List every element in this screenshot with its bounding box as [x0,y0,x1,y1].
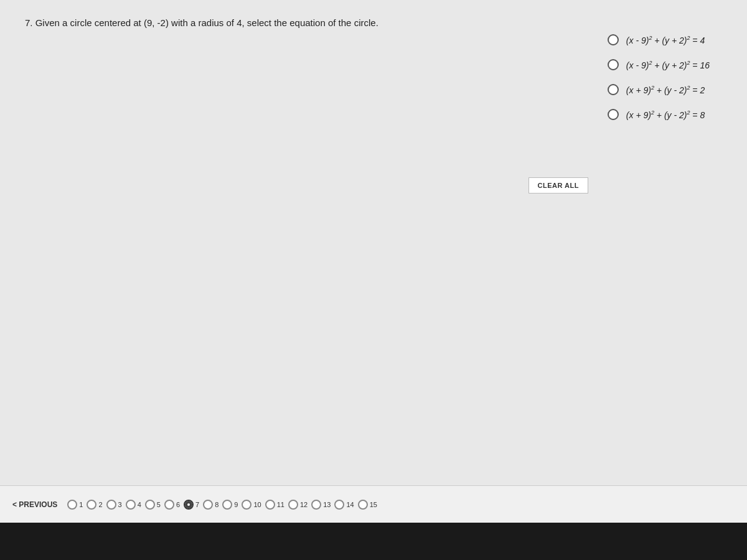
nav-radio-4[interactable] [126,500,136,510]
nav-radio-9[interactable] [222,500,232,510]
nav-label-5: 5 [157,501,161,508]
nav-item-4[interactable]: 4 [126,500,141,510]
nav-label-14: 14 [346,501,354,508]
nav-radio-5[interactable] [145,500,155,510]
nav-radio-14[interactable] [334,500,344,510]
option-radio-2[interactable] [608,59,619,70]
nav-item-2[interactable]: 2 [87,500,102,510]
nav-label-3: 3 [118,501,122,508]
option-row-1[interactable]: (x - 9)2 + (y + 2)2 = 4 [608,34,710,45]
nav-radio-12[interactable] [288,500,298,510]
nav-item-9[interactable]: 9 [222,500,238,510]
nav-label-4: 4 [138,501,141,508]
main-content: 7. Given a circle centered at (9, -2) wi… [0,0,747,523]
option-row-2[interactable]: (x - 9)2 + (y + 2)2 = 16 [608,59,710,70]
nav-item-7[interactable]: 7 [184,500,199,510]
nav-radio-1[interactable] [67,500,77,510]
previous-button[interactable]: < PREVIOUS [12,500,57,509]
nav-item-8[interactable]: 8 [203,500,218,510]
nav-radio-2[interactable] [87,500,96,510]
nav-item-5[interactable]: 5 [145,500,161,510]
question-body: Given a circle centered at (9, -2) with … [35,17,378,28]
nav-item-12[interactable]: 12 [288,500,308,510]
nav-item-6[interactable]: 6 [164,500,180,510]
bottom-navigation-bar: < PREVIOUS 1 2 3 4 5 6 7 8 9 10 11 [0,485,747,523]
clear-all-button[interactable]: CLEAR ALL [529,177,588,194]
nav-label-8: 8 [215,501,218,508]
nav-label-9: 9 [234,501,238,508]
nav-radio-6[interactable] [164,500,174,510]
nav-radio-7[interactable] [184,500,194,510]
option-row-4[interactable]: (x + 9)2 + (y - 2)2 = 8 [608,109,710,120]
nav-label-15: 15 [370,501,377,508]
nav-label-11: 11 [277,501,284,508]
nav-item-15[interactable]: 15 [358,500,377,510]
nav-item-1[interactable]: 1 [67,500,83,510]
nav-item-11[interactable]: 11 [265,500,284,510]
option-radio-4[interactable] [608,109,619,120]
option-label-4: (x + 9)2 + (y - 2)2 = 8 [626,110,705,120]
option-label-3: (x + 9)2 + (y - 2)2 = 2 [626,85,705,95]
nav-radio-15[interactable] [358,500,368,510]
option-radio-3[interactable] [608,84,619,95]
question-number: 7. [25,17,33,28]
nav-item-3[interactable]: 3 [106,500,122,510]
option-radio-1[interactable] [608,34,619,45]
option-label-1: (x - 9)2 + (y + 2)2 = 4 [626,35,705,45]
nav-label-7: 7 [195,501,199,508]
nav-label-12: 12 [300,501,308,508]
nav-label-13: 13 [323,501,331,508]
nav-label-6: 6 [176,501,180,508]
question-text: 7. Given a circle centered at (9, -2) wi… [25,17,722,28]
nav-radio-11[interactable] [265,500,275,510]
nav-radio-8[interactable] [203,500,213,510]
nav-radio-3[interactable] [106,500,116,510]
option-row-3[interactable]: (x + 9)2 + (y - 2)2 = 2 [608,84,710,95]
nav-radio-13[interactable] [311,500,321,510]
nav-label-1: 1 [79,501,83,508]
nav-radio-10[interactable] [242,500,251,510]
nav-item-13[interactable]: 13 [311,500,331,510]
black-footer-bar [0,523,747,560]
nav-label-2: 2 [98,501,102,508]
option-label-2: (x - 9)2 + (y + 2)2 = 16 [626,60,710,70]
nav-item-10[interactable]: 10 [242,500,261,510]
options-panel: (x - 9)2 + (y + 2)2 = 4 (x - 9)2 + (y + … [608,34,710,120]
nav-label-10: 10 [253,501,261,508]
nav-item-14[interactable]: 14 [334,500,354,510]
